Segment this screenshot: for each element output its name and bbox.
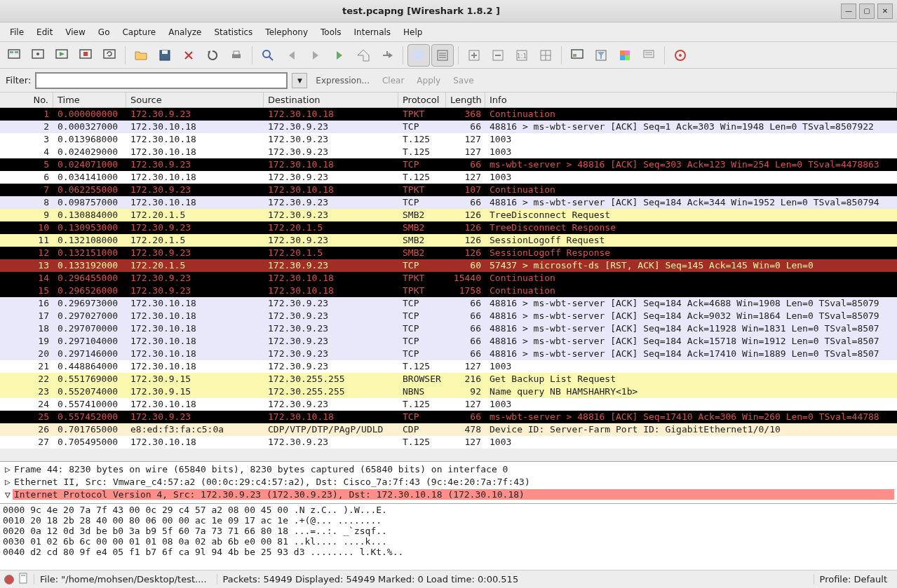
packet-row[interactable]: 220.551769000172.30.9.15172.30.255.255BR… (0, 373, 897, 385)
go-last-icon[interactable] (376, 44, 398, 67)
packet-row[interactable]: 270.705495000172.30.10.18172.30.9.23T.12… (0, 436, 897, 449)
close-button[interactable]: ✕ (877, 4, 893, 19)
packet-row[interactable]: 110.132108000172.20.1.5172.30.9.23SMB212… (0, 234, 897, 247)
expert-info-icon[interactable] (4, 575, 14, 584)
menu-view[interactable]: View (60, 25, 90, 40)
packet-row[interactable]: 120.132151000172.30.9.23172.20.1.5SMB212… (0, 247, 897, 259)
packet-row[interactable]: 130.133192000172.20.1.5172.30.9.23TCP605… (0, 259, 897, 272)
status-profile[interactable]: Profile: Default (814, 574, 893, 584)
menu-help[interactable]: Help (398, 25, 428, 40)
packet-row[interactable]: 70.062255000172.30.9.23172.30.10.18TPKT1… (0, 184, 897, 196)
menu-statistics[interactable]: Statistics (208, 25, 258, 40)
apply-button[interactable]: Apply (412, 74, 445, 87)
open-file-icon[interactable] (130, 44, 152, 67)
separator (664, 46, 665, 64)
auto-scroll-icon[interactable] (431, 44, 454, 67)
menu-capture[interactable]: Capture (116, 25, 161, 40)
menu-file[interactable]: File (4, 25, 29, 40)
packet-row[interactable]: 150.296526000172.30.9.23172.30.10.18TPKT… (0, 285, 897, 297)
expression-button[interactable]: Expression... (311, 74, 374, 87)
minimize-button[interactable]: — (841, 4, 856, 19)
packet-row[interactable]: 170.297027000172.30.10.18172.30.9.23TCP6… (0, 310, 897, 322)
tree-expander-icon[interactable]: ▷ (3, 464, 13, 474)
menu-analyze[interactable]: Analyze (163, 25, 207, 40)
col-info[interactable]: Info (485, 93, 897, 107)
hex-line[interactable]: 0030 01 02 6b 6c 00 00 01 01 08 0a 02 ab… (3, 536, 894, 547)
tree-row[interactable]: ▽Internet Protocol Version 4, Src: 172.3… (3, 488, 894, 500)
print-icon[interactable] (225, 44, 248, 67)
packet-row[interactable]: 190.297104000172.30.10.18172.30.9.23TCP6… (0, 335, 897, 348)
save-file-icon[interactable] (154, 44, 176, 67)
packet-row[interactable]: 90.130884000172.20.1.5172.30.9.23SMB2126… (0, 209, 897, 221)
hex-line[interactable]: 0000 9c 4e 20 7a 7f 43 00 0c 29 c4 57 a2… (3, 505, 894, 515)
display-filters-icon[interactable] (590, 44, 612, 67)
menu-internals[interactable]: Internals (349, 25, 397, 40)
restart-capture-icon[interactable] (98, 44, 121, 67)
close-file-icon[interactable] (177, 44, 200, 67)
svg-rect-45 (620, 50, 625, 55)
go-to-packet-icon[interactable] (328, 44, 351, 67)
col-protocol[interactable]: Protocol (398, 93, 446, 107)
col-length[interactable]: Length (446, 93, 485, 107)
packet-row[interactable]: 10.000000000172.30.9.23172.30.10.18TPKT3… (0, 108, 897, 121)
tree-expander-icon[interactable]: ▽ (3, 489, 13, 500)
hex-line[interactable]: 0020 0a 12 0d 3d be b0 3a b9 5f 60 7a 73… (3, 526, 894, 536)
zoom-reset-icon[interactable]: 1:1 (511, 44, 533, 67)
hex-line[interactable]: 0040 d2 cd 80 9f e4 05 f1 b7 6f ca 9l 94… (3, 547, 894, 557)
packet-bytes-pane[interactable]: 0000 9c 4e 20 7a 7f 43 00 0c 29 c4 57 a2… (0, 504, 897, 570)
tree-row[interactable]: ▷Ethernet II, Src: Vmware_c4:57:a2 (00:0… (3, 475, 894, 488)
packet-row[interactable]: 210.448864000172.30.10.18172.30.9.23T.12… (0, 360, 897, 373)
go-forward-icon[interactable] (304, 44, 327, 67)
zoom-out-icon[interactable] (487, 44, 509, 67)
packet-row[interactable]: 230.552074000172.30.9.15172.30.255.255NB… (0, 385, 897, 398)
capture-file-icon[interactable] (18, 573, 29, 586)
stop-capture-icon[interactable] (74, 44, 97, 67)
tree-expander-icon[interactable]: ▷ (3, 477, 13, 487)
packet-row[interactable]: 100.130953000172.30.9.23172.20.1.5SMB212… (0, 221, 897, 234)
col-no[interactable]: No. (0, 93, 53, 107)
menu-edit[interactable]: Edit (31, 25, 58, 40)
go-first-icon[interactable] (352, 44, 375, 67)
resize-columns-icon[interactable] (534, 44, 557, 67)
find-icon[interactable] (257, 44, 279, 67)
reload-icon[interactable] (201, 44, 224, 67)
save-filter-button[interactable]: Save (449, 74, 478, 87)
zoom-in-icon[interactable] (463, 44, 485, 67)
colorize-icon[interactable] (407, 44, 430, 67)
menu-telephony[interactable]: Telephony (259, 25, 313, 40)
packet-row[interactable]: 250.557452000172.30.9.23172.30.10.18TCP6… (0, 411, 897, 423)
col-time[interactable]: Time (53, 93, 126, 107)
col-source[interactable]: Source (126, 93, 264, 107)
packet-details-pane[interactable]: ▷Frame 44: 8230 bytes on wire (65840 bit… (0, 462, 897, 504)
packet-row[interactable]: 30.013968000172.30.10.18172.30.9.23T.125… (0, 133, 897, 146)
packet-row[interactable]: 40.024029000172.30.10.18172.30.9.23T.125… (0, 146, 897, 158)
menu-go[interactable]: Go (93, 25, 116, 40)
packet-row[interactable]: 20.000327000172.30.10.18172.30.9.23TCP66… (0, 121, 897, 133)
packet-row[interactable]: 50.024071000172.30.9.23172.30.10.18TCP66… (0, 158, 897, 171)
help-icon[interactable] (669, 44, 692, 67)
clear-button[interactable]: Clear (378, 74, 408, 87)
go-back-icon[interactable] (281, 44, 303, 67)
packet-row[interactable]: 160.296973000172.30.10.18172.30.9.23TCP6… (0, 297, 897, 310)
preferences-icon[interactable] (638, 44, 660, 67)
start-capture-icon[interactable] (50, 44, 73, 67)
capture-filters-icon[interactable] (566, 44, 588, 67)
packet-row[interactable]: 180.297070000172.30.10.18172.30.9.23TCP6… (0, 322, 897, 335)
packet-row[interactable]: 260.701765000e8:ed:f3:fa:c5:0aCDP/VTP/DT… (0, 423, 897, 436)
col-destination[interactable]: Destination (264, 93, 398, 107)
coloring-rules-icon[interactable] (614, 44, 636, 67)
menu-tools[interactable]: Tools (315, 25, 347, 40)
interfaces-icon[interactable] (3, 44, 25, 67)
packet-row[interactable]: 80.098757000172.30.10.18172.30.9.23TCP66… (0, 196, 897, 209)
filter-input[interactable] (35, 72, 288, 89)
packet-row[interactable]: 60.034141000172.30.10.18172.30.9.23T.125… (0, 171, 897, 184)
options-icon[interactable] (27, 44, 49, 67)
packet-row[interactable]: 240.557410000172.30.10.18172.30.9.23T.12… (0, 398, 897, 411)
maximize-button[interactable]: ▢ (859, 4, 875, 19)
packet-row[interactable]: 140.296455000172.30.9.23172.30.10.18TPKT… (0, 272, 897, 285)
hex-line[interactable]: 0010 20 18 2b 28 40 00 80 06 00 00 ac 1e… (3, 515, 894, 526)
filter-dropdown[interactable]: ▼ (292, 73, 307, 88)
tree-row[interactable]: ▷Frame 44: 8230 bytes on wire (65840 bit… (3, 463, 894, 475)
packet-rows[interactable]: 10.000000000172.30.9.23172.30.10.18TPKT3… (0, 108, 897, 461)
packet-row[interactable]: 200.297146000172.30.10.18172.30.9.23TCP6… (0, 348, 897, 360)
